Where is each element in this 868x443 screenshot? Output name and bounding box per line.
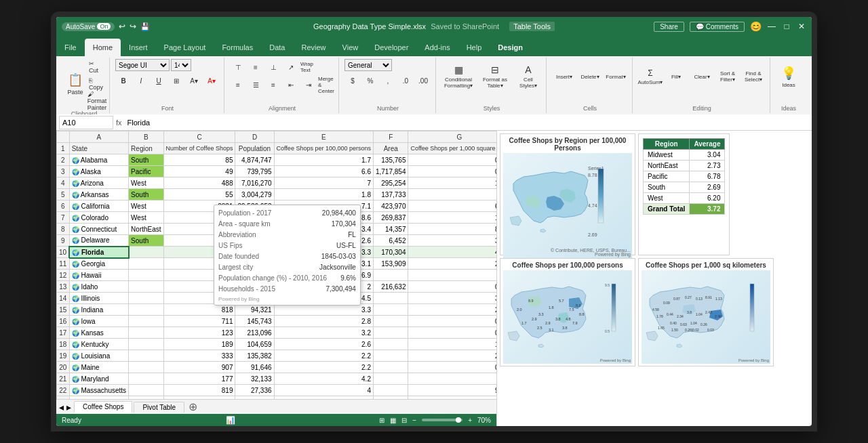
cell-pop[interactable]: 135,382 <box>235 350 274 362</box>
autosave-toggle[interactable]: AutoSave On <box>62 22 115 31</box>
align-right-btn[interactable]: ≡ <box>265 77 281 93</box>
minimize-btn[interactable]: — <box>767 22 776 31</box>
cell-area[interactable] <box>373 304 408 316</box>
cell-state[interactable]: 🌍 Colorado <box>69 212 128 224</box>
fill-btn[interactable]: Fill▾ <box>664 59 688 94</box>
cell-region[interactable]: South <box>129 189 163 201</box>
cell-area[interactable] <box>373 327 408 339</box>
col-F[interactable]: F <box>373 131 408 143</box>
table-row[interactable]: 16 🌍 Iowa 711 145,743 2.8 0.61 <box>57 316 497 327</box>
cell-per1000km[interactable]: 3.87 <box>408 235 496 247</box>
undo-icon[interactable]: ↩ <box>119 22 125 31</box>
align-center-btn[interactable]: ☰ <box>248 77 264 93</box>
cell-state[interactable]: 🌍 Alaska <box>69 166 128 177</box>
zoom-level[interactable]: 70% <box>477 417 491 424</box>
cell-region[interactable] <box>129 327 163 339</box>
increase-indent-btn[interactable]: ⇥ <box>300 77 317 93</box>
cell-region[interactable]: South <box>129 154 163 166</box>
cell-area[interactable]: 137,733 <box>373 189 408 201</box>
cell-area[interactable]: 295,254 <box>373 177 408 189</box>
cell-per1000km[interactable]: 8 <box>408 373 496 385</box>
tab-data[interactable]: Data <box>261 39 293 56</box>
map-chart-3[interactable]: Coffee Shops per 1,000 sq kilometers <box>638 258 774 366</box>
cell-region[interactable]: West <box>129 201 163 212</box>
cell-pop[interactable]: 91,646 <box>235 362 274 373</box>
format-as-table-btn[interactable]: ⊟ Format as Table▾ <box>478 59 512 94</box>
col-E[interactable]: E <box>274 131 373 143</box>
cell-area[interactable] <box>373 373 408 385</box>
cell-pop[interactable]: 4,874,747 <box>235 154 274 166</box>
table-row[interactable]: 22 🌍 Massachusetts 819 27,336 4 9.99 <box>57 385 497 396</box>
cell-area[interactable]: 216,632 <box>373 281 408 293</box>
tab-insert[interactable]: Insert <box>121 39 156 56</box>
cell-region[interactable] <box>129 362 163 373</box>
table-row[interactable]: 21 🌍 Maryland 177 32,133 4.2 8 <box>57 373 497 385</box>
cut-btn[interactable]: ✂ Cut <box>89 59 105 75</box>
cell-per100k[interactable]: 6.6 <box>274 166 373 177</box>
cell-per1000km[interactable]: 8.57 <box>408 224 496 235</box>
cell-shops[interactable]: 55 <box>163 189 235 201</box>
font-size-select[interactable]: 14 <box>171 59 191 71</box>
nav-right-icon[interactable]: ▸ <box>66 402 71 413</box>
col-B[interactable]: B <box>129 131 163 143</box>
decrease-indent-btn[interactable]: ⇤ <box>283 77 299 93</box>
cell-area[interactable]: 423,970 <box>373 201 408 212</box>
tab-formulas[interactable]: Formulas <box>214 39 261 56</box>
cell-region[interactable] <box>129 316 163 327</box>
cell-state[interactable]: 🌍 Arizona <box>69 177 128 189</box>
cell-region[interactable] <box>129 258 163 270</box>
wrap-text-btn[interactable]: Wrap Text <box>300 59 317 75</box>
cell-state[interactable]: 🌍 Arkansas <box>69 189 128 201</box>
cell-region[interactable] <box>129 270 163 281</box>
paste-btn[interactable]: 📋 Paste <box>63 66 87 102</box>
autosum-btn[interactable]: Σ AutoSum▾ <box>638 59 663 94</box>
cell-state[interactable]: 🌍 Indiana <box>69 304 128 316</box>
zoom-plus-btn[interactable]: + <box>468 417 472 424</box>
cell-per1000km[interactable]: 1.78 <box>408 212 496 224</box>
cell-shops[interactable]: 488 <box>163 177 235 189</box>
orientation-btn[interactable]: ↗ <box>283 59 299 75</box>
cell-state[interactable]: 🌍 Hawaii <box>69 270 128 281</box>
cell-per1000km[interactable]: 0.03 <box>408 166 496 177</box>
cell-per1000km[interactable]: 2.12 <box>408 258 496 270</box>
view-page-break-icon[interactable]: ⊟ <box>401 417 407 424</box>
table-row[interactable]: 19 🌍 Louisiana 333 135,382 2.2 2.46 <box>57 350 497 362</box>
cell-per100k[interactable]: 1.8 <box>274 189 373 201</box>
maximize-btn[interactable]: □ <box>782 22 791 31</box>
cell-state[interactable]: 🌍 Louisiana <box>69 350 128 362</box>
cell-area[interactable] <box>373 316 408 327</box>
cell-state[interactable]: 🌍 Alabama <box>69 154 128 166</box>
cell-state[interactable]: 🌍 Massachusetts <box>69 385 128 396</box>
cell-per1000km[interactable]: 0.31 <box>408 281 496 293</box>
cell-per1000km[interactable]: 9.99 <box>408 385 496 396</box>
cell-area[interactable]: 269,837 <box>373 212 408 224</box>
cell-area[interactable]: 1,717,854 <box>373 166 408 177</box>
font-color-btn[interactable]: A▾ <box>203 72 220 89</box>
border-btn[interactable]: ⊞ <box>168 72 184 89</box>
tab-add-ins[interactable]: Add-ins <box>416 39 458 56</box>
name-box[interactable]: A10 <box>59 116 113 129</box>
col-D[interactable]: D <box>235 131 274 143</box>
cell-pop[interactable]: 104,659 <box>235 339 274 350</box>
bold-btn[interactable]: B <box>115 72 132 89</box>
map-chart-1[interactable]: Coffee Shops by Region per 100,000 Perso… <box>500 133 635 255</box>
sheet-tab-coffee-shops[interactable]: Coffee Shops <box>74 401 132 413</box>
cell-state[interactable]: 🌍 Connecticut <box>69 224 128 235</box>
cell-per100k[interactable]: 1.7 <box>274 154 373 166</box>
find-select-btn[interactable]: Find & Select▾ <box>741 59 766 94</box>
cell-pop[interactable]: 32,133 <box>235 373 274 385</box>
cell-region[interactable]: South <box>129 235 163 247</box>
cell-region[interactable] <box>129 293 163 304</box>
nav-left-icon[interactable]: ◂ <box>59 402 64 413</box>
cell-state[interactable]: 🌍 California <box>69 201 128 212</box>
align-left-btn[interactable]: ≡ <box>230 77 246 93</box>
cell-per1000km[interactable]: 1.11 <box>408 339 496 350</box>
dec-increase-btn[interactable]: .00 <box>415 72 431 89</box>
cell-area[interactable]: 153,909 <box>373 258 408 270</box>
cell-area[interactable]: 135,765 <box>373 154 408 166</box>
cell-state[interactable]: 🌍 Illinois <box>69 293 128 304</box>
cell-shops[interactable]: 49 <box>163 166 235 177</box>
cell-pop[interactable]: 7,016,270 <box>235 177 274 189</box>
col-C[interactable]: C <box>163 131 235 143</box>
cell-area[interactable] <box>373 293 408 304</box>
